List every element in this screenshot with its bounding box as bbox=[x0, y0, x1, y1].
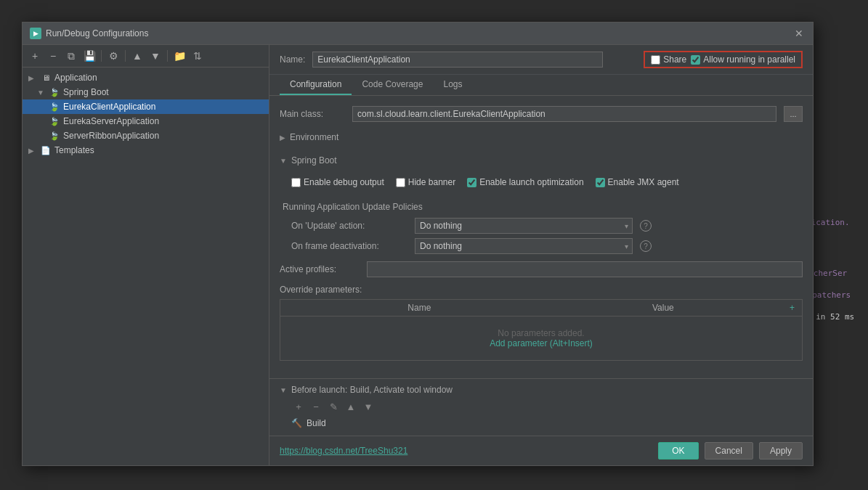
debug-output-text: Enable debug output bbox=[304, 177, 384, 187]
col-name: Name bbox=[295, 300, 544, 317]
debug-output-checkbox[interactable] bbox=[291, 178, 301, 187]
share-label: Share bbox=[663, 54, 686, 65]
copy-config-button[interactable]: ⧉ bbox=[63, 48, 79, 64]
main-class-browse-button[interactable]: ... bbox=[784, 106, 803, 122]
before-launch-arrow-icon: ▼ bbox=[280, 386, 287, 394]
env-arrow-icon: ▶ bbox=[280, 134, 285, 142]
tree-item-application[interactable]: ▶ 🖥 Application bbox=[23, 70, 269, 85]
name-label: Name: bbox=[280, 54, 305, 65]
jmx-agent-checkbox[interactable] bbox=[596, 178, 605, 187]
move-up-button[interactable]: ▲ bbox=[129, 48, 145, 64]
profiles-row: Active profiles: bbox=[280, 261, 803, 277]
spring-arrow-icon: ▼ bbox=[280, 157, 287, 165]
folder-button[interactable]: 📁 bbox=[171, 48, 187, 64]
config-panel: Main class: ... ▶ Environment bbox=[269, 96, 813, 378]
jmx-agent-text: Enable JMX agent bbox=[608, 177, 679, 187]
environment-section: ▶ Environment bbox=[280, 129, 803, 145]
close-button[interactable]: ✕ bbox=[792, 27, 806, 40]
hide-banner-label: Hide banner bbox=[396, 177, 455, 187]
tree-item-springboot[interactable]: ▼ 🍃 Spring Boot bbox=[23, 85, 269, 99]
tabs-bar: Configuration Code Coverage Logs bbox=[269, 75, 813, 96]
launch-opt-checkbox[interactable] bbox=[467, 178, 476, 187]
params-empty-area: No parameters added. Add parameter (Alt+… bbox=[280, 317, 802, 361]
name-input[interactable] bbox=[312, 52, 603, 68]
col-checkbox bbox=[280, 300, 295, 317]
update-action-row: On 'Update' action: Do nothing Update cl… bbox=[280, 218, 803, 234]
tab-logs[interactable]: Logs bbox=[433, 75, 472, 95]
application-icon: 🖥 bbox=[40, 72, 52, 83]
save-config-button[interactable]: 💾 bbox=[81, 48, 97, 64]
update-action-help-icon[interactable]: ? bbox=[640, 220, 652, 232]
main-class-label: Main class: bbox=[280, 109, 345, 119]
build-item: 🔨 Build bbox=[280, 417, 803, 430]
templates-icon: 📄 bbox=[40, 144, 52, 156]
tree-item-eureka-server[interactable]: 🍃 EurekaServerApplication bbox=[23, 114, 269, 128]
add-param-icon[interactable]: + bbox=[790, 303, 795, 313]
eureka-server-icon: 🍃 bbox=[49, 115, 60, 127]
share-parallel-area: Share Allow running in parallel bbox=[644, 51, 803, 68]
cancel-button[interactable]: Cancel bbox=[705, 442, 753, 460]
environment-header[interactable]: ▶ Environment bbox=[280, 129, 803, 145]
share-checkbox[interactable] bbox=[651, 55, 660, 65]
params-table-wrapper: Name Value + No parameters added. bbox=[280, 299, 803, 361]
spring-boot-label: Spring Boot bbox=[291, 155, 337, 166]
tree-label-springboot: Spring Boot bbox=[63, 87, 109, 97]
policies-section: Running Application Update Policies On '… bbox=[280, 202, 803, 254]
bl-remove-button[interactable]: − bbox=[309, 399, 323, 414]
toolbar-sep2 bbox=[125, 50, 126, 62]
sort-button[interactable]: ⇅ bbox=[190, 48, 206, 64]
frame-deactivation-select-wrapper: Do nothing Update classes and resources … bbox=[415, 238, 633, 254]
title-bar: ▶ Run/Debug Configurations ✕ bbox=[23, 23, 813, 45]
settings-button[interactable]: ⚙ bbox=[105, 48, 121, 64]
toolbar-sep1 bbox=[101, 50, 102, 62]
update-action-select[interactable]: Do nothing Update classes and resources … bbox=[415, 218, 633, 234]
no-params-text: No parameters added. bbox=[292, 328, 790, 338]
parallel-checkbox[interactable] bbox=[691, 55, 700, 65]
profiles-input[interactable] bbox=[367, 261, 803, 277]
add-config-button[interactable]: + bbox=[27, 48, 43, 64]
profiles-label: Active profiles: bbox=[280, 264, 360, 274]
params-table: Name Value + No parameters added. bbox=[280, 300, 802, 360]
ok-button[interactable]: OK bbox=[658, 442, 698, 460]
share-checkbox-label: Share bbox=[651, 54, 686, 65]
spring-boot-header[interactable]: ▼ Spring Boot bbox=[280, 152, 803, 168]
name-row: Name: Share Allow running in parallel bbox=[269, 45, 813, 75]
override-section: Override parameters: Name Value + bbox=[280, 285, 803, 361]
tree-item-eureka-client[interactable]: 🍃 EurekaClientApplication bbox=[23, 99, 269, 114]
tab-code-coverage[interactable]: Code Coverage bbox=[352, 75, 433, 95]
parallel-checkbox-label: Allow running in parallel bbox=[691, 54, 795, 65]
move-down-button[interactable]: ▼ bbox=[147, 48, 163, 64]
tree-label-templates: Templates bbox=[54, 145, 94, 155]
tree-item-server-ribbon[interactable]: 🍃 ServerRibbonApplication bbox=[23, 128, 269, 143]
update-action-select-wrapper: Do nothing Update classes and resources … bbox=[415, 218, 633, 234]
server-ribbon-icon: 🍃 bbox=[49, 130, 60, 142]
add-param-link[interactable]: Add parameter (Alt+Insert) bbox=[490, 338, 593, 348]
hide-banner-checkbox[interactable] bbox=[396, 178, 405, 187]
main-class-input[interactable] bbox=[352, 106, 776, 122]
tree-arrow-application: ▶ bbox=[28, 74, 37, 82]
apply-button[interactable]: Apply bbox=[759, 442, 803, 460]
eureka-client-icon: 🍃 bbox=[49, 101, 60, 113]
frame-deactivation-select[interactable]: Do nothing Update classes and resources … bbox=[415, 238, 633, 254]
frame-deactivation-help-icon[interactable]: ? bbox=[640, 240, 652, 252]
bl-down-button[interactable]: ▼ bbox=[361, 399, 376, 414]
bl-edit-button[interactable]: ✎ bbox=[326, 399, 341, 414]
frame-deactivation-label: On frame deactivation: bbox=[291, 241, 407, 251]
footer-link[interactable]: https://blog.csdn.net/TreeShu321 bbox=[280, 446, 407, 456]
override-label: Override parameters: bbox=[280, 285, 803, 295]
bl-up-button[interactable]: ▲ bbox=[344, 399, 358, 414]
tab-configuration[interactable]: Configuration bbox=[280, 75, 352, 95]
col-value: Value bbox=[544, 300, 782, 317]
bl-add-button[interactable]: + bbox=[291, 399, 306, 414]
environment-label: Environment bbox=[290, 132, 338, 142]
tree-item-templates[interactable]: ▶ 📄 Templates bbox=[23, 143, 269, 158]
before-launch-toolbar: + − ✎ ▲ ▼ bbox=[280, 399, 803, 414]
debug-output-label: Enable debug output bbox=[291, 177, 384, 187]
build-label: Build bbox=[307, 418, 326, 428]
before-launch-header[interactable]: ▼ Before launch: Build, Activate tool wi… bbox=[280, 385, 803, 395]
parallel-label: Allow running in parallel bbox=[703, 54, 795, 65]
dialog-footer: https://blog.csdn.net/TreeShu321 OK Canc… bbox=[269, 436, 813, 465]
col-add: + bbox=[782, 300, 802, 317]
hide-banner-text: Hide banner bbox=[408, 177, 455, 187]
remove-config-button[interactable]: − bbox=[45, 48, 61, 64]
